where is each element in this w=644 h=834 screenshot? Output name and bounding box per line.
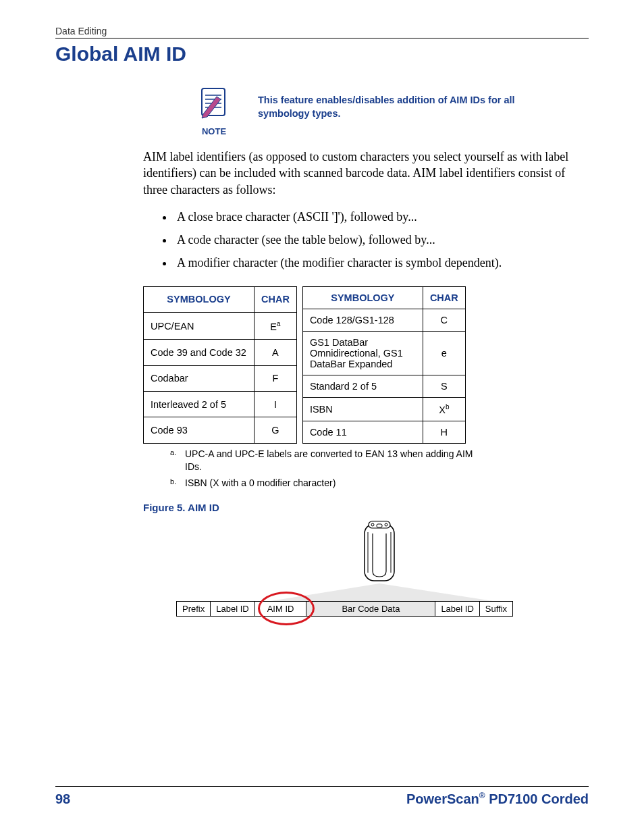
footnote-text: UPC-A and UPC-E labels are converted to … <box>185 448 487 473</box>
figure-caption: Figure 5. AIM ID <box>143 502 589 513</box>
segment-suffix: Suffix <box>479 601 513 617</box>
cell-char: F <box>254 365 297 391</box>
symbology-table-right: SYMBOLOGY CHAR Code 128/GS1-128C GS1 Dat… <box>302 286 466 444</box>
footnote: a. UPC-A and UPC-E labels are converted … <box>170 448 487 473</box>
note-icon <box>196 84 232 122</box>
th-char: CHAR <box>254 286 297 312</box>
cell-char: H <box>423 421 465 443</box>
header-rule <box>55 38 589 38</box>
th-symbology: SYMBOLOGY <box>144 286 254 312</box>
note-label: NOTE <box>202 126 226 136</box>
cell-char: I <box>254 392 297 417</box>
cell-char: Ea <box>254 313 297 340</box>
cell-sym: UPC/EAN <box>144 313 254 340</box>
page-title: Global AIM ID <box>55 43 589 66</box>
cell-sym: Codabar <box>144 365 254 391</box>
cell-sym: Code 39 and Code 32 <box>144 340 254 365</box>
cell-sym: Interleaved 2 of 5 <box>144 392 254 417</box>
cell-sym: ISBN <box>302 397 423 421</box>
symbology-tables: SYMBOLOGY CHAR UPC/EANEa Code 39 and Cod… <box>143 286 589 444</box>
list-item: A code character (see the table below), … <box>174 232 589 248</box>
list-item: A modifier character (the modifier chara… <box>174 255 589 271</box>
footnote-text: ISBN (X with a 0 modifier character) <box>185 477 336 490</box>
footnote: b. ISBN (X with a 0 modifier character) <box>170 477 487 490</box>
intro-paragraph: AIM label identifiers (as opposed to cus… <box>143 149 589 198</box>
cell-sym: Code 128/GS1-128 <box>302 309 423 331</box>
list-item: A close brace character (ASCII ']'), fol… <box>174 209 589 225</box>
symbology-table-left: SYMBOLOGY CHAR UPC/EANEa Code 39 and Cod… <box>143 286 297 444</box>
cell-char: A <box>254 340 297 365</box>
cell-char: G <box>254 417 297 443</box>
cell-char: e <box>423 331 465 375</box>
cell-sym: Standard 2 of 5 <box>302 375 423 397</box>
footnote-mark: a. <box>170 448 181 473</box>
segment-bar-code-data: Bar Code Data <box>306 601 435 617</box>
cell-char: C <box>423 309 465 331</box>
footer-rule <box>55 786 589 787</box>
segment-label-id-1: Label ID <box>210 601 254 617</box>
segment-aim-id: AIM ID <box>254 601 307 617</box>
svg-rect-5 <box>365 524 394 581</box>
th-char: CHAR <box>423 286 465 309</box>
note-block: NOTE This feature enables/disables addit… <box>190 84 589 136</box>
cell-sym: Code 93 <box>144 417 254 443</box>
cell-char: Xb <box>423 397 465 421</box>
segment-label-id-2: Label ID <box>435 601 479 617</box>
note-text: This feature enables/disables addition o… <box>258 84 562 120</box>
table-footnotes: a. UPC-A and UPC-E labels are converted … <box>170 448 487 490</box>
page-footer: 98 PowerScan® PD7100 Corded <box>55 786 589 807</box>
cell-char: S <box>423 375 465 397</box>
note-icon-column: NOTE <box>190 84 238 136</box>
scanner-icon <box>352 519 406 589</box>
cell-sym: Code 11 <box>302 421 423 443</box>
bullet-list: A close brace character (ASCII ']'), fol… <box>174 209 589 271</box>
footnote-mark: b. <box>170 477 181 490</box>
cell-sym: GS1 DataBar Omnidirectional, GS1 DataBar… <box>302 331 423 375</box>
figure-aim-id: Prefix Label ID AIM ID Bar Code Data Lab… <box>177 519 589 633</box>
data-segment-row: Prefix Label ID AIM ID Bar Code Data Lab… <box>177 601 513 617</box>
page-number: 98 <box>55 791 70 807</box>
th-symbology: SYMBOLOGY <box>302 286 423 309</box>
segment-prefix: Prefix <box>176 601 211 617</box>
product-name: PowerScan® PD7100 Corded <box>406 791 589 807</box>
section-header: Data Editing <box>55 26 589 36</box>
